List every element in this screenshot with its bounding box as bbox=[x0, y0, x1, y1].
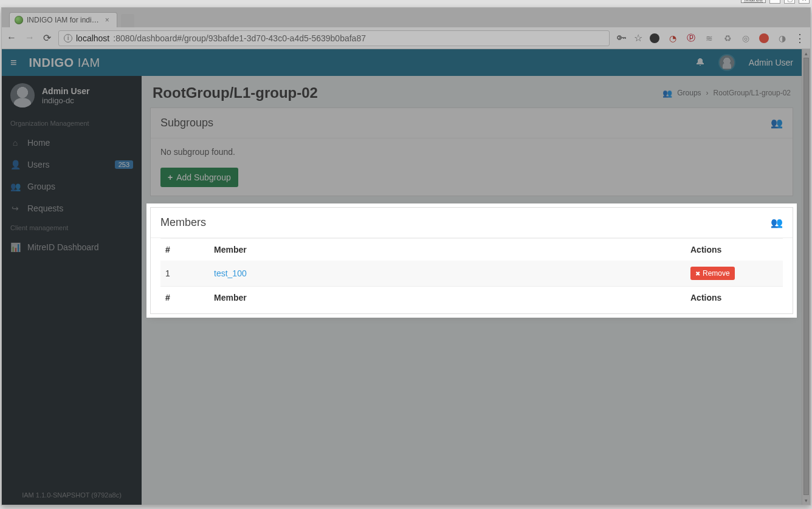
sidebar-avatar bbox=[10, 83, 35, 108]
sidebar-username: Admin User bbox=[42, 86, 90, 96]
col-actions-header: Actions bbox=[686, 239, 783, 261]
breadcrumb-current: RootGroup/L1-group-02 bbox=[714, 89, 791, 97]
sidebar-item-label: Requests bbox=[27, 203, 63, 213]
scroll-down-icon[interactable]: ▾ bbox=[802, 496, 810, 505]
subgroups-title: Subgroups bbox=[160, 117, 213, 129]
users-count-badge: 253 bbox=[115, 160, 133, 169]
main-content: RootGroup/L1-group-02 👥 Groups › RootGro… bbox=[142, 49, 802, 505]
dashboard-icon: 📊 bbox=[10, 242, 20, 252]
member-row: 1 test_100 Remove bbox=[160, 261, 783, 287]
members-panel-icon: 👥 bbox=[771, 217, 783, 228]
members-panel: Members 👥 # Member Actions bbox=[150, 207, 793, 314]
breadcrumb: 👥 Groups › RootGroup/L1-group-02 bbox=[662, 89, 791, 98]
header-avatar[interactable] bbox=[718, 54, 735, 71]
subgroups-panel: Subgroups 👥 No subgroup found. Add Subgr… bbox=[150, 108, 793, 196]
add-subgroup-label: Add Subgroup bbox=[176, 173, 231, 182]
sidebar-item-users[interactable]: 👤 Users 253 bbox=[2, 154, 142, 176]
scrollbar-thumb[interactable] bbox=[803, 58, 809, 495]
header-username[interactable]: Admin User bbox=[749, 58, 793, 67]
sidebar: Admin User indigo-dc Organization Manage… bbox=[2, 49, 142, 505]
home-icon: ⌂ bbox=[10, 138, 20, 148]
sidebar-section-client: Client management bbox=[2, 219, 142, 236]
sidebar-section-org: Organization Management bbox=[2, 115, 142, 132]
dim-overlay-chrome bbox=[2, 8, 810, 49]
sidebar-item-groups[interactable]: 👥 Groups bbox=[2, 176, 142, 197]
col-actions-footer: Actions bbox=[686, 287, 783, 309]
sidebar-item-requests[interactable]: ↪ Requests bbox=[2, 197, 142, 219]
members-title: Members bbox=[160, 216, 206, 229]
page-title: RootGroup/L1-group-02 bbox=[153, 84, 318, 101]
sidebar-item-label: Users bbox=[27, 160, 50, 169]
user-icon: 👤 bbox=[10, 160, 20, 169]
groups-icon: 👥 bbox=[10, 182, 20, 191]
app-header: ≡ INDIGO IAM 🔔︎ Admin User bbox=[2, 49, 802, 76]
version-label: IAM 1.1.0-SNAPSHOT (9792a8c) bbox=[2, 485, 142, 505]
breadcrumb-separator: › bbox=[706, 89, 709, 97]
groups-breadcrumb-icon: 👥 bbox=[662, 89, 672, 98]
remove-label: Remove bbox=[703, 269, 730, 278]
sidebar-item-label: Home bbox=[27, 138, 50, 148]
sidebar-item-mitreid[interactable]: 📊 MitreID Dashboard bbox=[2, 236, 142, 258]
brand[interactable]: INDIGO IAM bbox=[29, 56, 100, 70]
titlebar-session-label: Marco bbox=[741, 0, 766, 3]
col-member-header: Member bbox=[209, 239, 686, 261]
breadcrumb-groups-link[interactable]: Groups bbox=[677, 89, 701, 97]
member-link[interactable]: test_100 bbox=[214, 268, 247, 278]
sidebar-toggle-button[interactable]: ≡ bbox=[10, 56, 17, 69]
add-subgroup-button[interactable]: Add Subgroup bbox=[160, 168, 238, 187]
members-table-header: # Member Actions bbox=[160, 239, 783, 261]
requests-icon: ↪ bbox=[10, 203, 20, 213]
subgroups-empty-text: No subgroup found. bbox=[160, 147, 783, 157]
col-num-footer: # bbox=[160, 287, 209, 309]
sidebar-item-home[interactable]: ⌂ Home bbox=[2, 132, 142, 154]
scroll-up-icon[interactable]: ▴ bbox=[802, 49, 810, 58]
col-member-footer: Member bbox=[209, 287, 686, 309]
sidebar-org: indigo-dc bbox=[42, 96, 90, 105]
scrollbar[interactable]: ▴ ▾ bbox=[802, 49, 810, 505]
window-close-button[interactable]: ✕ bbox=[799, 0, 810, 4]
sidebar-item-label: Groups bbox=[27, 182, 55, 191]
members-table-footer: # Member Actions bbox=[160, 287, 783, 309]
window-maximize-button[interactable]: ▢ bbox=[784, 0, 795, 4]
member-row-num: 1 bbox=[160, 261, 209, 287]
sidebar-item-label: MitreID Dashboard bbox=[27, 242, 99, 252]
col-num-header: # bbox=[160, 239, 209, 261]
groups-panel-icon: 👥 bbox=[771, 117, 783, 129]
notifications-icon[interactable]: 🔔︎ bbox=[695, 57, 705, 68]
remove-member-button[interactable]: Remove bbox=[690, 267, 735, 280]
window-minimize-button[interactable]: — bbox=[769, 0, 780, 4]
